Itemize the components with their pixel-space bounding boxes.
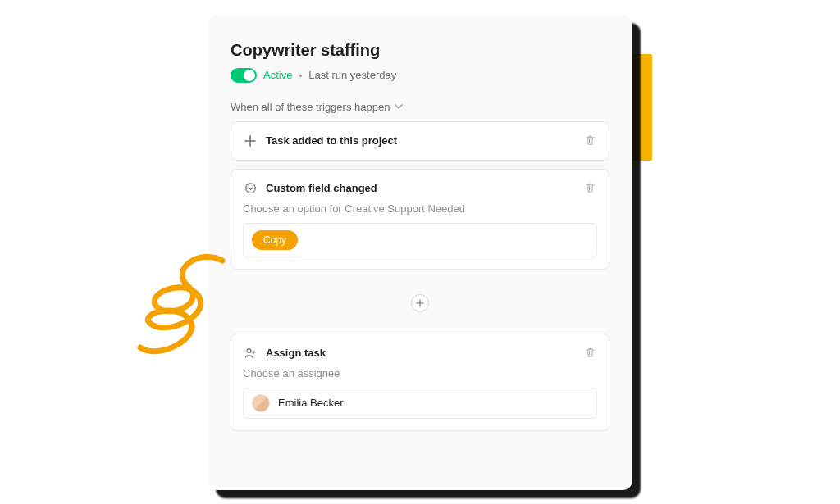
assignee-select[interactable]: Emilia Becker: [243, 388, 597, 419]
last-run-text: Last run yesterday: [308, 69, 396, 81]
delete-action-button[interactable]: [584, 347, 597, 360]
triggers-header-label: When all of these triggers happen: [231, 101, 390, 113]
assign-person-icon: [243, 346, 258, 361]
panel-title: Copywriter staffing: [231, 41, 609, 60]
svg-point-0: [245, 184, 255, 193]
action-title: Assign task: [266, 347, 576, 359]
option-pill: Copy: [252, 230, 298, 250]
automation-panel: Copywriter staffing Active • Last run ye…: [208, 15, 632, 490]
action-card-assign-task[interactable]: Assign task Choose an assignee Emilia Be…: [231, 334, 609, 431]
active-label: Active: [263, 69, 292, 81]
delete-trigger-button[interactable]: [584, 134, 597, 148]
custom-field-option-select[interactable]: Copy: [243, 223, 597, 257]
avatar: [252, 394, 270, 412]
trigger-card-task-added[interactable]: Task added to this project: [231, 121, 609, 161]
status-row: Active • Last run yesterday: [231, 68, 609, 83]
svg-point-2: [247, 348, 251, 352]
active-toggle[interactable]: [231, 68, 257, 83]
assignee-name: Emilia Becker: [278, 397, 343, 409]
circle-arrow-icon: [243, 181, 258, 196]
separator-dot: •: [299, 70, 302, 80]
chevron-down-icon: [395, 101, 403, 113]
triggers-dropdown[interactable]: When all of these triggers happen: [231, 101, 609, 113]
delete-trigger-button[interactable]: [584, 182, 597, 195]
plus-icon: [243, 134, 258, 148]
trigger-title: Custom field changed: [266, 182, 576, 194]
trigger-description: Choose an option for Creative Support Ne…: [243, 202, 597, 215]
trigger-card-custom-field[interactable]: Custom field changed Choose an option fo…: [231, 169, 609, 270]
add-step-button[interactable]: [411, 294, 429, 312]
trigger-title: Task added to this project: [266, 134, 576, 147]
connector: [231, 278, 609, 329]
action-description: Choose an assignee: [243, 367, 597, 379]
toggle-knob: [244, 70, 255, 81]
